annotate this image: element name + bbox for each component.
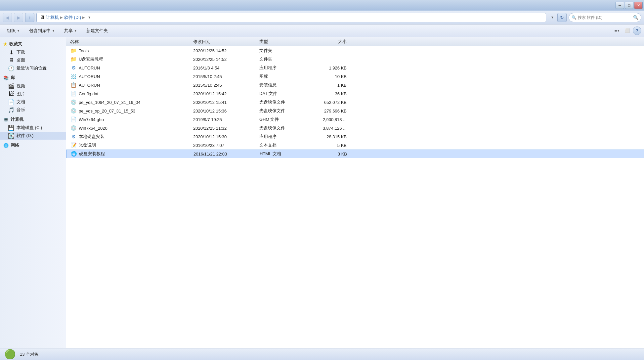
file-name-text: 光盘说明 xyxy=(79,142,96,148)
d-drive-icon: 💽 xyxy=(8,133,15,138)
file-date: 2020/10/12 15:30 xyxy=(193,134,259,139)
refresh-button[interactable]: ↻ xyxy=(557,13,567,22)
search-button[interactable]: 🔍 xyxy=(633,15,638,20)
file-date: 2016/11/21 22:03 xyxy=(193,152,260,157)
forward-button[interactable]: ▶ xyxy=(14,13,23,22)
library-icon: 📚 xyxy=(3,75,9,80)
new-folder-button[interactable]: 新建文件夹 xyxy=(82,26,112,36)
close-button[interactable]: ✕ xyxy=(634,2,643,9)
file-row[interactable]: 📄 Config.dat 2020/10/12 15:42 DAT 文件 36 … xyxy=(66,89,644,98)
organize-button[interactable]: 组织 ▼ xyxy=(3,26,24,36)
file-row[interactable]: 💿 pe_yqs_1064_20_07_31_16_04 2020/10/12 … xyxy=(66,98,644,107)
file-name: 📋 AUTORUN xyxy=(67,82,193,88)
up-button[interactable]: ↑ xyxy=(25,13,34,22)
address-path[interactable]: 🖥 计算机 ▶ 软件 (D:) ▶ ▼ xyxy=(36,13,546,22)
file-row[interactable]: 📁 Tools 2020/12/25 14:52 文件夹 xyxy=(66,46,644,55)
file-size: 2,900,813 ... xyxy=(312,117,352,122)
file-name: 📁 Tools xyxy=(67,48,193,54)
column-headers: 名称 修改日期 类型 大小 xyxy=(66,37,644,46)
search-input[interactable] xyxy=(578,15,632,20)
file-type-icon: ⚙ xyxy=(70,134,77,140)
view-options-button[interactable]: ≡ ▼ xyxy=(613,26,622,35)
sidebar-item-recent[interactable]: 🕐 最近访问的位置 xyxy=(0,64,66,72)
file-type-icon: 🖼 xyxy=(70,73,77,79)
sidebar-section-header-library[interactable]: 📚 库 xyxy=(0,73,66,82)
file-name-text: 本地硬盘安装 xyxy=(79,134,105,140)
desktop-icon: 🖥 xyxy=(8,58,15,63)
share-button[interactable]: 共享 ▼ xyxy=(60,26,81,36)
file-row[interactable]: 📋 AUTORUN 2015/5/10 2:45 安装信息 1 KB xyxy=(66,81,644,89)
sidebar-section-header-network[interactable]: 🌐 网络 xyxy=(0,141,66,150)
file-size: 1,926 KB xyxy=(312,66,352,70)
maximize-button[interactable]: □ xyxy=(625,2,633,9)
share-arrow: ▼ xyxy=(74,29,77,32)
file-date: 2016/1/8 4:54 xyxy=(193,66,259,70)
pictures-icon: 🖼 xyxy=(8,91,15,97)
column-name-header[interactable]: 名称 xyxy=(67,39,193,45)
share-label: 共享 xyxy=(64,28,73,34)
sidebar-item-documents[interactable]: 📄 文档 xyxy=(0,98,66,106)
sidebar-section-header-favorites[interactable]: ★ 收藏夹 xyxy=(0,40,66,48)
file-date: 2020/12/25 14:52 xyxy=(193,57,259,62)
path-arrow-2: ▶ xyxy=(82,16,85,19)
file-row[interactable]: 🖼 AUTORUN 2015/5/10 2:45 图标 10 KB xyxy=(66,72,644,81)
file-name: 💿 pe_yqs_xp_20_07_31_15_53 xyxy=(67,108,193,114)
c-drive-label: 本地磁盘 (C:) xyxy=(17,125,42,131)
video-icon: 🎬 xyxy=(8,83,15,89)
file-type-icon: 💿 xyxy=(70,108,77,114)
address-dropdown[interactable]: ▼ xyxy=(549,14,555,22)
help-button[interactable]: ? xyxy=(633,26,641,35)
computer-icon: 💻 xyxy=(3,117,9,122)
file-type-label: 应用程序 xyxy=(259,65,312,71)
library-label: 库 xyxy=(11,75,15,81)
back-button[interactable]: ◀ xyxy=(3,13,12,22)
file-row[interactable]: 💿 Win7x64_2020 2020/12/25 11:32 光盘映像文件 3… xyxy=(66,124,644,132)
file-row[interactable]: 📝 光盘说明 2016/10/23 7:07 文本文档 5 KB xyxy=(66,141,644,150)
sidebar-section-header-computer[interactable]: 💻 计算机 xyxy=(0,115,66,124)
preview-button[interactable]: ⬜ xyxy=(623,26,631,35)
column-date-header[interactable]: 修改日期 xyxy=(193,39,259,45)
file-size: 652,072 KB xyxy=(312,100,352,105)
file-row[interactable]: 📄 Win7x64.gho 2019/9/7 19:25 GHO 文件 2,90… xyxy=(66,115,644,124)
file-row[interactable]: 🌐 硬盘安装教程 2016/11/21 22:03 HTML 文档 3 KB xyxy=(66,150,644,158)
file-date: 2015/5/10 2:45 xyxy=(193,83,259,88)
file-type-icon: 📄 xyxy=(70,91,77,97)
path-computer[interactable]: 计算机 xyxy=(46,15,59,21)
file-type-label: DAT 文件 xyxy=(259,91,312,97)
file-type-label: 安装信息 xyxy=(259,82,312,88)
file-row[interactable]: 📁 U盘安装教程 2020/12/25 14:52 文件夹 xyxy=(66,55,644,64)
path-dropdown[interactable]: ▼ xyxy=(86,14,92,22)
path-drive[interactable]: 软件 (D:) xyxy=(64,15,81,21)
column-size-header[interactable]: 大小 xyxy=(312,39,352,45)
file-row[interactable]: ⚙ AUTORUN 2016/1/8 4:54 应用程序 1,926 KB xyxy=(66,64,644,72)
sidebar-item-video[interactable]: 🎬 视频 xyxy=(0,82,66,90)
search-icon: 🔍 xyxy=(572,15,577,20)
downloads-icon: ⬇ xyxy=(8,50,15,55)
recent-label: 最近访问的位置 xyxy=(17,65,47,71)
file-type-icon: ⚙ xyxy=(70,65,77,71)
file-name: 📁 U盘安装教程 xyxy=(67,56,193,62)
sidebar-item-desktop[interactable]: 🖥 桌面 xyxy=(0,56,66,64)
file-row[interactable]: 💿 pe_yqs_xp_20_07_31_15_53 2020/10/12 15… xyxy=(66,107,644,115)
sidebar-item-pictures[interactable]: 🖼 图片 xyxy=(0,90,66,98)
column-type-header[interactable]: 类型 xyxy=(259,39,312,45)
file-type-icon: 💿 xyxy=(70,125,77,131)
sidebar-item-d-drive[interactable]: 💽 软件 (D:) xyxy=(0,132,66,140)
file-size: 1 KB xyxy=(312,83,352,88)
search-box[interactable]: 🔍 🔍 xyxy=(569,13,641,22)
view-icon: ≡ xyxy=(615,28,617,33)
file-row[interactable]: ⚙ 本地硬盘安装 2020/10/12 15:30 应用程序 28,315 KB xyxy=(66,132,644,141)
include-library-button[interactable]: 包含到库中 ▼ xyxy=(25,26,59,36)
sidebar-item-music[interactable]: 🎵 音乐 xyxy=(0,106,66,114)
toolbar: 组织 ▼ 包含到库中 ▼ 共享 ▼ 新建文件夹 ≡ ▼ ⬜ ? xyxy=(0,24,644,37)
file-name-text: Config.dat xyxy=(79,91,98,96)
minimize-button[interactable]: ─ xyxy=(616,2,624,9)
file-date: 2015/5/10 2:45 xyxy=(193,74,259,79)
file-name: ⚙ 本地硬盘安装 xyxy=(67,134,193,140)
c-drive-icon: 💾 xyxy=(8,125,15,130)
recent-icon: 🕐 xyxy=(8,66,15,71)
file-type-icon: 📁 xyxy=(70,56,77,62)
sidebar-item-downloads[interactable]: ⬇ 下载 xyxy=(0,48,66,56)
file-type-icon: 📄 xyxy=(70,116,77,122)
sidebar-item-c-drive[interactable]: 💾 本地磁盘 (C:) xyxy=(0,124,66,132)
